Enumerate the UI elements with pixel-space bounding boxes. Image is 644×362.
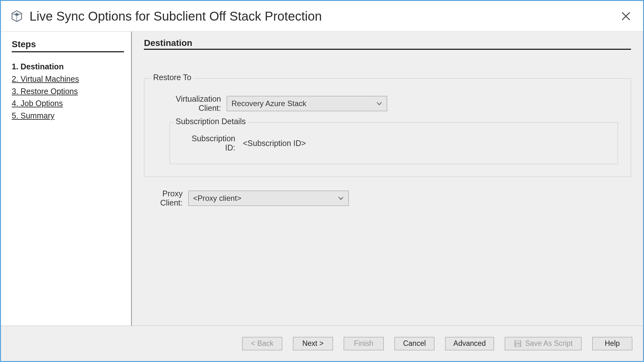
main-panel: Destination Restore To Virtualization Cl… bbox=[132, 32, 643, 326]
steps-list: 1. Destination 2. Virtual Machines 3. Re… bbox=[12, 60, 120, 122]
virtualization-client-row: Virtualization Client: Recovery Azure St… bbox=[157, 94, 618, 113]
virtualization-client-label: Virtualization Client: bbox=[157, 94, 227, 113]
chevron-down-icon bbox=[376, 100, 382, 107]
svg-rect-8 bbox=[516, 344, 520, 347]
step-summary[interactable]: 5. Summary bbox=[12, 110, 120, 122]
proxy-client-label: Proxy Client: bbox=[141, 189, 188, 207]
virtualization-client-value: Recovery Azure Stack bbox=[231, 99, 376, 108]
subscription-id-value: <Subscription ID> bbox=[243, 139, 306, 148]
step-restore-options[interactable]: 3. Restore Options bbox=[12, 85, 120, 98]
back-button: < Back bbox=[242, 337, 282, 350]
save-as-script-label: Save As Script bbox=[525, 339, 573, 348]
page-heading: Destination bbox=[144, 38, 631, 50]
proxy-client-dropdown[interactable]: <Proxy client> bbox=[188, 191, 349, 206]
subscription-details-legend: Subscription Details bbox=[174, 117, 248, 126]
step-destination: 1. Destination bbox=[12, 60, 120, 73]
step-virtual-machines[interactable]: 2. Virtual Machines bbox=[12, 73, 120, 85]
finish-button: Finish bbox=[344, 337, 384, 350]
footer: < Back Next > Finish Cancel Advanced Sav… bbox=[1, 326, 643, 361]
restore-to-group: Restore To Virtualization Client: Recove… bbox=[144, 78, 631, 177]
cancel-button[interactable]: Cancel bbox=[394, 337, 434, 350]
dialog-title: Live Sync Options for Subclient Off Stac… bbox=[29, 9, 618, 23]
close-icon bbox=[621, 11, 631, 21]
titlebar: Live Sync Options for Subclient Off Stac… bbox=[1, 1, 643, 31]
close-button[interactable] bbox=[618, 9, 634, 24]
dialog-window: Live Sync Options for Subclient Off Stac… bbox=[0, 0, 644, 362]
app-icon bbox=[10, 10, 23, 22]
step-job-options[interactable]: 4. Job Options bbox=[12, 97, 120, 110]
restore-to-legend: Restore To bbox=[151, 73, 193, 82]
advanced-button[interactable]: Advanced bbox=[445, 337, 494, 350]
chevron-down-icon bbox=[338, 195, 344, 201]
svg-rect-7 bbox=[516, 340, 520, 343]
proxy-client-row: Proxy Client: <Proxy client> bbox=[144, 189, 631, 207]
save-icon bbox=[514, 340, 522, 348]
virtualization-client-dropdown[interactable]: Recovery Azure Stack bbox=[227, 96, 387, 111]
body: Steps 1. Destination 2. Virtual Machines… bbox=[1, 31, 643, 326]
steps-sidebar: Steps 1. Destination 2. Virtual Machines… bbox=[1, 32, 132, 326]
subscription-id-row: Subscription ID: <Subscription ID> bbox=[179, 134, 608, 152]
steps-heading: Steps bbox=[12, 39, 124, 52]
save-as-script-button: Save As Script bbox=[505, 337, 582, 350]
next-button[interactable]: Next > bbox=[293, 337, 333, 350]
subscription-details-group: Subscription Details Subscription ID: <S… bbox=[170, 122, 618, 164]
subscription-id-label: Subscription ID: bbox=[179, 134, 243, 152]
proxy-client-value: <Proxy client> bbox=[193, 194, 338, 203]
help-button[interactable]: Help bbox=[592, 337, 632, 350]
